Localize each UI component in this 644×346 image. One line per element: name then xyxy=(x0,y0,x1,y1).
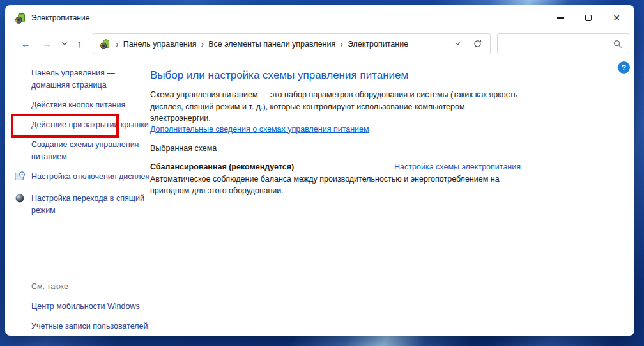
power-options-icon xyxy=(15,13,26,24)
search-icon xyxy=(613,40,622,49)
address-dropdown-chevron-icon[interactable] xyxy=(454,42,461,46)
recent-pages-button[interactable] xyxy=(57,35,72,53)
window-title: Электропитание xyxy=(31,13,89,22)
power-options-icon xyxy=(100,39,110,49)
section-label: Выбранная схема xyxy=(150,144,217,153)
sidebar-item-label[interactable]: Действие при закрытии крышки xyxy=(31,119,149,131)
see-also-header: См. также xyxy=(15,281,151,293)
sidebar-item-label[interactable]: Настройка перехода в спящий режим xyxy=(31,193,150,217)
search-input[interactable] xyxy=(498,34,613,54)
search-icon-wrap[interactable] xyxy=(613,40,629,49)
breadcrumb-control-panel[interactable]: Панель управления xyxy=(123,40,197,49)
breadcrumb-all-items[interactable]: Все элементы панели управления xyxy=(208,40,335,49)
page-title: Выбор или настройка схемы управления пит… xyxy=(150,69,521,82)
sidebar-item-label[interactable]: Создание схемы управления питанием xyxy=(31,139,150,163)
back-button[interactable]: ← xyxy=(15,35,36,53)
forward-button[interactable]: → xyxy=(36,35,57,53)
breadcrumb-power-options[interactable]: Электропитание xyxy=(348,40,408,49)
close-button[interactable]: ✕ xyxy=(602,5,631,31)
sidebar-item-label[interactable]: Действия кнопок питания xyxy=(31,99,125,111)
plan-description: Автоматическое соблюдение баланса между … xyxy=(150,173,512,197)
selected-plan-section: Выбранная схема xyxy=(150,144,521,153)
title-bar: Электропитание ✕ xyxy=(5,5,634,31)
breadcrumb-separator-icon: › xyxy=(111,40,123,49)
maximize-icon xyxy=(585,15,592,21)
sidebar-item-label[interactable]: Панель управления — домашняя страница xyxy=(31,67,150,91)
back-icon: ← xyxy=(21,38,31,49)
maximize-button[interactable] xyxy=(574,5,602,31)
sidebar-item-label[interactable]: Центр мобильности Windows xyxy=(31,301,140,313)
refresh-icon[interactable] xyxy=(473,39,482,49)
more-info-link[interactable]: Дополнительные сведения о схемах управле… xyxy=(150,125,369,134)
plan-name: Сбалансированная (рекомендуется) xyxy=(150,162,294,171)
sidebar: Панель управления — домашняя страница Де… xyxy=(5,61,151,340)
display-clock-icon xyxy=(15,171,26,181)
close-icon: ✕ xyxy=(613,13,620,22)
minimize-button[interactable] xyxy=(546,5,574,31)
see-also-section: См. также Центр мобильности Windows Учет… xyxy=(15,281,151,333)
minimize-icon xyxy=(557,17,564,18)
help-icon: ? xyxy=(622,63,626,72)
intro-text: Схема управления питанием — это набор па… xyxy=(150,89,521,125)
sidebar-item-label[interactable]: Настройка отключения дисплея xyxy=(31,171,150,185)
main-content: Выбор или настройка схемы управления пит… xyxy=(150,69,521,197)
sidebar-item-home[interactable]: Панель управления — домашняя страница xyxy=(15,67,151,91)
sidebar-item-power-buttons[interactable]: Действия кнопок питания xyxy=(15,99,151,111)
window-controls: ✕ xyxy=(546,5,631,31)
sleep-icon xyxy=(15,193,25,203)
sidebar-item-mobility-center[interactable]: Центр мобильности Windows xyxy=(15,301,151,313)
help-button[interactable]: ? xyxy=(618,61,630,74)
chevron-down-icon xyxy=(61,42,68,46)
sidebar-item-sleep-settings[interactable]: Настройка перехода в спящий режим xyxy=(15,193,151,217)
breadcrumb-separator-icon: › xyxy=(335,40,348,49)
sidebar-item-lid-close-action[interactable]: Действие при закрытии крышки xyxy=(15,119,151,131)
plan-row: Сбалансированная (рекомендуется) Настрой… xyxy=(150,162,521,171)
sidebar-item-create-plan[interactable]: Создание схемы управления питанием xyxy=(15,139,151,163)
nav-arrows: ← → ↑ xyxy=(15,33,88,54)
breadcrumb-separator-icon: › xyxy=(197,40,209,49)
up-button[interactable]: ↑ xyxy=(72,35,88,53)
forward-icon: → xyxy=(42,38,52,49)
address-bar[interactable]: › Панель управления › Все элементы панел… xyxy=(93,33,491,54)
search-box xyxy=(497,33,629,54)
section-divider xyxy=(223,148,521,148)
plan-settings-link[interactable]: Настройка схемы электропитания xyxy=(394,162,521,171)
up-icon: ↑ xyxy=(77,38,82,49)
sidebar-item-user-accounts[interactable]: Учетные записи пользователей xyxy=(15,320,151,333)
address-bar-actions xyxy=(454,39,485,49)
navigation-toolbar: ← → ↑ › Панель управления › Все элементы… xyxy=(5,33,634,54)
power-options-window: Электропитание ✕ ← → ↑ › xyxy=(5,5,634,336)
sidebar-item-display-off[interactable]: Настройка отключения дисплея xyxy=(15,171,151,185)
sidebar-item-label[interactable]: Учетные записи пользователей xyxy=(31,320,148,333)
